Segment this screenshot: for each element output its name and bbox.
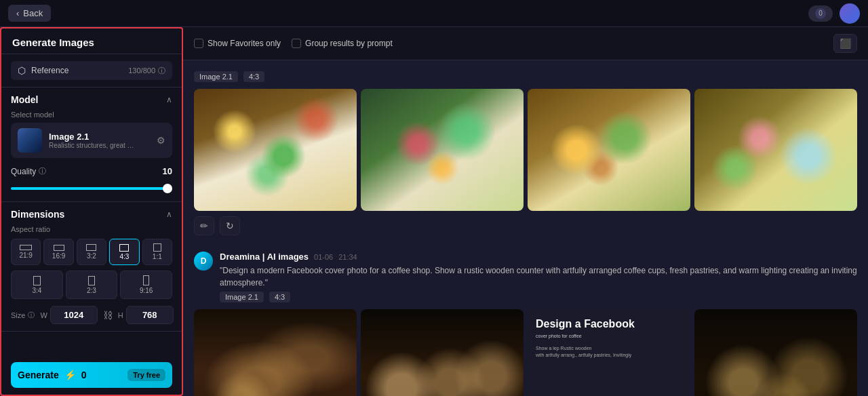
prompt-text: "Design a modern Facebook cover photo fo… [220, 264, 857, 289]
model-card-left: Image 2.1 Realistic structures, great ci… [18, 128, 137, 153]
craft-image-4[interactable] [694, 89, 857, 211]
aspect-4-3[interactable]: 4:3 [109, 239, 139, 265]
show-favorites-label: Show Favorites only [208, 39, 281, 48]
aspect-16-9-rect [54, 245, 64, 251]
aspect-grid-row1: 21:9 16:9 3:2 [11, 239, 172, 265]
model-thumb-inner [18, 128, 42, 153]
back-button[interactable]: ‹ Back [8, 5, 51, 22]
quality-label-text: Quality [11, 167, 36, 176]
aspect-grid-row2: 3:4 2:3 9:16 [11, 271, 172, 299]
group-2-ratio-tag: 4:3 [269, 292, 290, 302]
group-1-model-tag: Image 2.1 [194, 71, 238, 82]
width-prefix: W [40, 311, 47, 319]
quality-row: Quality ⓘ 10 [11, 166, 172, 176]
aspect-3-4-rect [33, 276, 41, 285]
model-selector[interactable]: Image 2.1 Realistic structures, great ci… [11, 123, 172, 158]
prompt-meta: Dreamina | AI images 01-06 21:34 [220, 252, 857, 262]
aspect-2-3-icon [69, 276, 115, 285]
aspect-16-9[interactable]: 16:9 [43, 239, 73, 265]
generate-credits: 0 [81, 370, 87, 380]
craft-image-3[interactable] [528, 89, 690, 211]
craft-image-1[interactable] [194, 89, 357, 211]
size-label: Size ⓘ [11, 311, 35, 320]
credits-badge: 0 [808, 5, 833, 22]
sidebar-title: Generate Images [1, 28, 182, 54]
quality-container: Quality ⓘ 10 [11, 166, 172, 192]
prompt-avatar-icon: D [201, 256, 207, 266]
aspect-ratio-label: Aspect ratio [11, 225, 172, 233]
generate-label: Generate [18, 370, 59, 380]
topbar-right: 0 [808, 3, 860, 24]
aspect-9-16[interactable]: 9:16 [120, 271, 172, 299]
model-section-title: Model [11, 94, 38, 105]
edit-button-1[interactable]: ✏ [194, 216, 214, 235]
aspect-9-16-label: 9:16 [140, 287, 153, 294]
prompt-date: 01-06 [314, 253, 333, 261]
aspect-1-1-label: 1:1 [153, 253, 162, 260]
favorites-checkbox-input[interactable] [194, 39, 203, 48]
refresh-button-1[interactable]: ↻ [220, 216, 240, 235]
generate-button[interactable]: Generate ⚡ 0 Try free [11, 362, 172, 388]
toolbar-left: Show Favorites only Group results by pro… [194, 39, 393, 48]
aspect-21-9-rect [20, 245, 32, 250]
aspect-21-9-icon [14, 245, 37, 250]
save-icon: ⬛ [840, 38, 851, 49]
model-title-row: Model ∧ [11, 94, 172, 105]
aspect-9-16-rect [143, 275, 149, 285]
reference-label: Reference [31, 66, 68, 75]
aspect-21-9[interactable]: 21:9 [11, 239, 41, 265]
reference-icon: ⬡ [18, 65, 26, 76]
facebook-design-sub: cover photo for coffee [536, 333, 582, 340]
save-button[interactable]: ⬛ [833, 34, 857, 53]
show-favorites-checkbox[interactable]: Show Favorites only [194, 39, 281, 48]
craft-image-2[interactable] [361, 89, 524, 211]
aspect-3-4-label: 3:4 [32, 287, 41, 294]
model-thumbnail [18, 128, 42, 153]
main-layout: Generate Images ⬡ Reference 130/800 ⓘ Mo… [0, 27, 868, 396]
sidebar: Generate Images ⬡ Reference 130/800 ⓘ Mo… [0, 27, 183, 396]
quality-info-icon: ⓘ [39, 166, 46, 176]
width-input[interactable] [50, 306, 98, 324]
aspect-1-1-icon [146, 243, 169, 252]
height-input-group: H [118, 306, 174, 324]
coffee-image-1[interactable] [194, 309, 357, 396]
reference-button[interactable]: ⬡ Reference 130/800 ⓘ [11, 61, 172, 80]
aspect-2-3-rect [88, 276, 95, 285]
coffee-image-3[interactable]: Design a Facebook cover photo for coffee… [528, 309, 690, 396]
dimensions-chevron-icon: ∧ [166, 210, 172, 219]
height-input[interactable] [126, 306, 174, 324]
width-input-group: W [40, 306, 97, 324]
quality-value: 10 [163, 166, 172, 176]
model-settings-icon[interactable]: ⚙ [157, 135, 165, 146]
prompt-username: Dreamina | AI images [220, 252, 309, 262]
image-grid-2: Design a Facebook cover photo for coffee… [194, 309, 857, 396]
prompt-section: D Dreamina | AI images 01-06 21:34 "Desi… [194, 252, 857, 302]
counter-value: 130/800 [128, 66, 155, 75]
dimensions-title-row: Dimensions ∧ [11, 209, 172, 220]
quality-label: Quality ⓘ [11, 166, 46, 176]
aspect-2-3[interactable]: 2:3 [66, 271, 118, 299]
coffee-image-2-overlay [361, 309, 524, 396]
select-model-label: Select model [11, 111, 172, 119]
quality-slider[interactable] [11, 187, 172, 190]
group-prompt-checkbox-input[interactable] [292, 39, 301, 48]
group-by-prompt-checkbox[interactable]: Group results by prompt [292, 39, 393, 48]
coffee-image-2[interactable] [361, 309, 524, 396]
model-section: Model ∧ Select model Image 2.1 Realistic… [1, 87, 182, 202]
aspect-3-4[interactable]: 3:4 [11, 271, 63, 299]
info-icon: ⓘ [158, 66, 165, 76]
link-icon: ⛓ [103, 310, 113, 321]
back-label: Back [23, 8, 43, 18]
content-area: Show Favorites only Group results by pro… [183, 27, 868, 396]
reference-section: ⬡ Reference 130/800 ⓘ [1, 54, 182, 87]
quality-slider-container [11, 182, 172, 192]
image-group-1-actions: ✏ ↻ [194, 216, 857, 235]
aspect-3-2[interactable]: 3:2 [77, 239, 106, 265]
user-avatar[interactable] [840, 3, 860, 24]
coffee-image-1-overlay [194, 309, 357, 396]
craft-image-2-overlay [361, 89, 524, 211]
coffee-image-4[interactable] [694, 309, 857, 396]
aspect-1-1[interactable]: 1:1 [142, 239, 172, 265]
image-group-2: D Dreamina | AI images 01-06 21:34 "Desi… [194, 252, 857, 396]
prompt-content: Dreamina | AI images 01-06 21:34 "Design… [220, 252, 857, 302]
